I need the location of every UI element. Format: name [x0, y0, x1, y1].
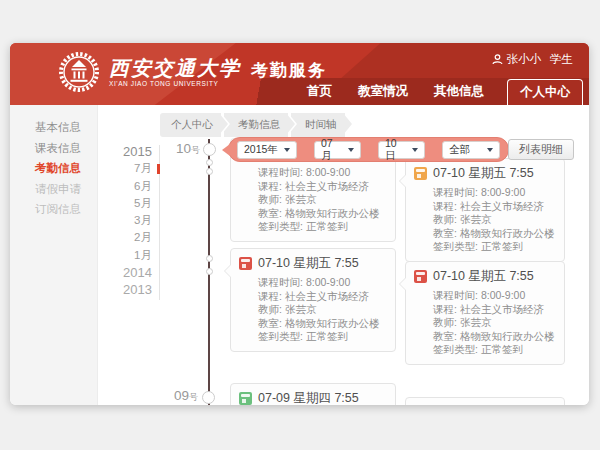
sidebar-item-leave-request[interactable]: 请假申请 [10, 179, 97, 200]
calendar-icon [239, 392, 252, 405]
attendance-card: 07-09 星期四 7:55 [405, 397, 565, 405]
field-value: 格物致知行政办公楼 [285, 207, 380, 219]
field-row: 签到类型:正常签到 [433, 240, 556, 254]
app-header: 西安交通大学 XI'AN JIAO TONG UNIVERSITY 考勤服务 张… [10, 43, 589, 105]
timeline-node [206, 268, 213, 275]
timeline-year-month-nav: 2015 7月 6月 5月 3月 2月 1月 2014 2013 [98, 143, 152, 299]
field-row: 课程:社会主义市场经济 [433, 200, 556, 214]
attendance-card: 07-10 星期五 7:55 课程时间:8:00-9:00 课程:社会主义市场经… [230, 248, 396, 352]
breadcrumb-attendance[interactable]: 考勤信息 [224, 113, 288, 137]
card-body: 课程时间:8:00-9:00 课程:社会主义市场经济 教师:张芸京 教室:格物致… [406, 287, 564, 364]
field-label: 课程时间: [433, 186, 478, 198]
card-date: 07-09 星期四 7:55 [433, 404, 534, 405]
day-label-10: 10号 [168, 141, 200, 157]
field-row: 教室:格物致知行政办公楼 [433, 330, 556, 344]
timeline-node-day09[interactable] [202, 391, 215, 404]
day-select-value: 10日 [385, 137, 406, 163]
nav-personal-center[interactable]: 个人中心 [507, 79, 583, 105]
attendance-card: 07-10 星期五 7:55 课程时间:8:00-9:00 课程:社会主义市场经… [405, 261, 565, 365]
field-label: 课程时间: [433, 289, 478, 301]
field-label: 签到类型: [433, 343, 478, 355]
field-label: 教室: [433, 330, 457, 342]
day-select[interactable]: 10日 [378, 141, 425, 159]
field-row: 课程时间:8:00-9:00 [433, 186, 556, 200]
field-value: 正常签到 [481, 240, 523, 252]
month-select[interactable]: 07月 [314, 141, 361, 159]
field-row: 教师:张芸京 [258, 303, 387, 317]
user-role: 学生 [550, 52, 573, 67]
timeline-nav-january[interactable]: 1月 [98, 247, 152, 264]
field-label: 教师: [433, 316, 457, 328]
chevron-down-icon [487, 148, 493, 152]
timeline-nav-may[interactable]: 5月 [98, 195, 152, 212]
list-detail-button[interactable]: 列表明细 [508, 139, 574, 160]
timeline-node [206, 159, 213, 166]
year-select-value: 2015年 [244, 143, 278, 157]
timeline-nav-july[interactable]: 7月 [98, 160, 152, 177]
card-body: 课程时间:8:00-9:00 课程:社会主义市场经济 教师:张芸京 教室:格物致… [406, 184, 564, 261]
nav-home[interactable]: 首页 [294, 78, 345, 105]
timeline-node-day10[interactable] [203, 143, 216, 156]
content-area: 个人中心 考勤信息 时间轴 2015 7月 6月 5月 3月 2月 1月 201… [97, 105, 589, 405]
timeline-nav-june[interactable]: 6月 [98, 178, 152, 195]
year-select[interactable]: 2015年 [237, 141, 297, 159]
field-row: 教师:张芸京 [433, 213, 556, 227]
field-value: 正常签到 [306, 220, 348, 232]
field-value: 社会主义市场经济 [285, 290, 369, 302]
chevron-down-icon [412, 148, 418, 152]
field-row: 签到类型:正常签到 [258, 220, 387, 234]
sidebar: 基本信息 课表信息 考勤信息 请假申请 订阅信息 [10, 105, 97, 405]
breadcrumb-timeline: 时间轴 [291, 113, 345, 137]
sidebar-item-attendance[interactable]: 考勤信息 [10, 158, 97, 179]
card-date: 07-10 星期五 7:55 [433, 165, 534, 182]
calendar-icon [414, 167, 427, 180]
field-row: 课程:社会主义市场经济 [258, 290, 387, 304]
timeline-nav-2015[interactable]: 2015 [98, 143, 152, 160]
field-row: 教师:张芸京 [433, 316, 556, 330]
field-row: 教室:格物致知行政办公楼 [258, 207, 387, 221]
day-number: 10 [176, 141, 191, 156]
field-value: 张芸京 [460, 213, 492, 225]
field-label: 教师: [258, 303, 282, 315]
breadcrumb-personal-center[interactable]: 个人中心 [160, 113, 221, 137]
field-value: 正常签到 [306, 330, 348, 342]
day-unit: 号 [189, 392, 198, 402]
user-name: 张小小 [507, 52, 542, 67]
card-date: 07-10 星期五 7:55 [433, 268, 534, 285]
attendance-card: 07-10 星期五 7:55 课程时间:8:00-9:00 课程:社会主义市场经… [405, 158, 565, 262]
field-label: 教室: [258, 317, 282, 329]
field-value: 张芸京 [460, 316, 492, 328]
nav-classrooms[interactable]: 教室情况 [345, 78, 421, 105]
field-label: 教师: [258, 193, 282, 205]
calendar-icon [414, 270, 427, 283]
field-label: 签到类型: [258, 220, 303, 232]
timeline-nav-march[interactable]: 3月 [98, 212, 152, 229]
nav-other-info[interactable]: 其他信息 [421, 78, 497, 105]
card-date: 07-10 星期五 7:55 [258, 255, 359, 272]
field-label: 签到类型: [433, 240, 478, 252]
card-body: 课程时间:8:00-9:00 课程:社会主义市场经济 教师:张芸京 教室:格物致… [231, 274, 395, 351]
university-name-block: 西安交通大学 XI'AN JIAO TONG UNIVERSITY [109, 57, 241, 87]
card-header: 07-09 星期四 7:55 [231, 384, 395, 405]
timeline-nav-february[interactable]: 2月 [98, 229, 152, 246]
card-header: 07-10 星期五 7:55 [406, 159, 564, 184]
field-value: 格物致知行政办公楼 [460, 227, 555, 239]
user-info[interactable]: 张小小 学生 [492, 52, 574, 67]
category-select[interactable]: 全部 [442, 141, 500, 159]
field-row: 教室:格物致知行政办公楼 [258, 317, 387, 331]
attendance-card: 07-09 星期四 7:55 课程时间:8:00-9:00 课程:社会主义市场经… [230, 383, 396, 405]
card-header: 07-09 星期四 7:55 [406, 398, 564, 405]
person-icon [492, 54, 503, 65]
sidebar-item-basic-info[interactable]: 基本信息 [10, 117, 97, 138]
sidebar-item-subscription[interactable]: 订阅信息 [10, 199, 97, 220]
field-value: 张芸京 [285, 303, 317, 315]
card-date: 07-09 星期四 7:55 [258, 390, 359, 405]
sidebar-item-schedule[interactable]: 课表信息 [10, 138, 97, 159]
field-value: 社会主义市场经济 [285, 180, 369, 192]
timeline-nav-2013[interactable]: 2013 [98, 281, 152, 298]
field-row: 课程时间:8:00-9:00 [258, 166, 387, 180]
field-row: 签到类型:正常签到 [433, 343, 556, 357]
timeline-nav-2014[interactable]: 2014 [98, 264, 152, 281]
field-label: 课程: [258, 290, 282, 302]
field-value: 张芸京 [285, 193, 317, 205]
